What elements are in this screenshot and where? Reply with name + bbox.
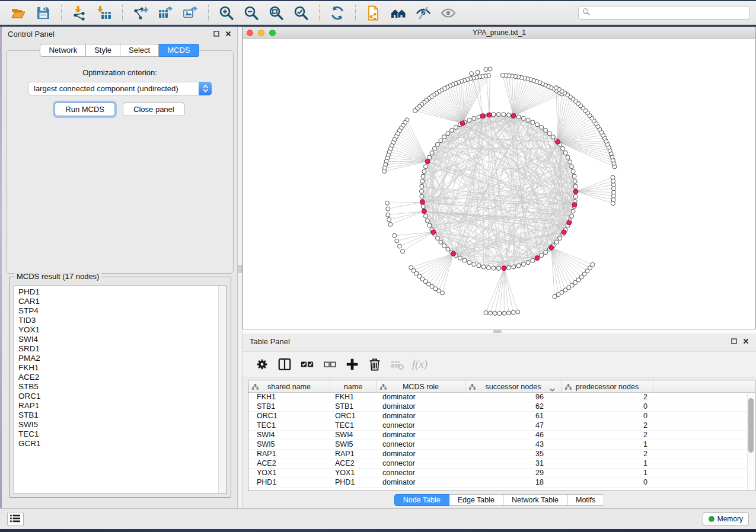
table-row[interactable]: TEC1TEC1connector472 <box>248 421 755 431</box>
mcds-result-node[interactable]: SRD1 <box>18 344 226 354</box>
column-header-MCDS-role[interactable]: MCDS role <box>377 380 465 393</box>
delete-columns-icon[interactable] <box>366 355 384 373</box>
table-row[interactable]: SWI5SWI5connector431 <box>248 440 755 450</box>
mcds-result-node[interactable]: RAP1 <box>18 401 226 411</box>
mcds-result-node[interactable]: STB5 <box>18 382 226 392</box>
cell: YOX1 <box>330 469 377 477</box>
network-canvas[interactable] <box>243 39 755 329</box>
hide-graphics-icon[interactable] <box>413 3 433 23</box>
column-header-shared-name[interactable]: shared name <box>248 380 330 393</box>
run-mcds-button[interactable]: Run MCDS <box>55 102 115 116</box>
toolbar-separator <box>208 5 209 21</box>
zoom-in-icon[interactable] <box>216 3 237 23</box>
mcds-result-node[interactable]: TID3 <box>18 316 226 325</box>
save-session-icon[interactable] <box>33 3 53 23</box>
splitter-handle[interactable] <box>493 330 502 333</box>
mcds-result-node[interactable]: YOX1 <box>18 325 226 335</box>
mcds-result-node[interactable]: TEC1 <box>18 430 226 439</box>
mcds-list-scrollbar[interactable] <box>218 286 226 493</box>
open-file-icon[interactable] <box>8 3 28 23</box>
table-header-row: shared namenameMCDS rolesuccessor nodesp… <box>248 380 755 393</box>
column-header-name[interactable]: name <box>330 380 377 393</box>
zoom-fit-icon[interactable] <box>266 3 286 23</box>
export-network-icon[interactable] <box>130 3 151 23</box>
toggle-columns-icon[interactable] <box>276 355 294 373</box>
mcds-result-node[interactable]: FKH1 <box>18 363 226 373</box>
tab-style[interactable]: Style <box>86 44 120 57</box>
sort-desc-icon[interactable] <box>550 385 555 393</box>
table-row[interactable]: SWI4SWI4dominator462 <box>248 431 755 440</box>
mcds-result-node[interactable]: GCR1 <box>18 439 226 448</box>
cell: dominator <box>377 431 465 440</box>
cell: 2 <box>562 421 653 430</box>
table-row[interactable]: PHD1PHD1dominator180 <box>248 478 755 488</box>
zoom-out-icon[interactable] <box>241 3 261 23</box>
cell: 1 <box>562 459 653 468</box>
close-panel-icon[interactable] <box>743 338 749 344</box>
mcds-result-title: MCDS result (17 nodes) <box>14 272 101 281</box>
float-panel-icon[interactable] <box>213 31 219 37</box>
tab-select[interactable]: Select <box>120 44 159 57</box>
scrollbar-thumb[interactable] <box>748 398 754 453</box>
table-row[interactable]: STB1STB1dominator620 <box>248 402 755 412</box>
column-header-predecessor-nodes[interactable]: predecessor nodes <box>562 380 653 393</box>
mcds-result-node[interactable]: PMA2 <box>18 354 226 363</box>
refresh-icon[interactable] <box>327 3 347 23</box>
cell: 29 <box>465 469 562 477</box>
cell: SWI5 <box>248 440 330 449</box>
tab-network-table[interactable]: Network Table <box>503 494 567 506</box>
dropdown-stepper-icon[interactable] <box>199 82 212 95</box>
horizontal-splitter[interactable] <box>243 329 756 334</box>
search-input[interactable] <box>594 8 746 17</box>
mcds-result-node[interactable]: ORC1 <box>18 392 226 401</box>
mcds-result-node[interactable]: ACE2 <box>18 373 226 382</box>
search-box[interactable] <box>578 6 750 20</box>
network-home-icon[interactable] <box>388 3 409 23</box>
tab-edge-table[interactable]: Edge Table <box>449 494 503 506</box>
table-row[interactable]: ORC1ORC1dominator610 <box>248 412 755 421</box>
table-tabs: Node TableEdge TableNetwork TableMotifs <box>243 494 756 506</box>
table-row[interactable]: YOX1YOX1connector291 <box>248 469 755 478</box>
add-column-icon[interactable] <box>343 355 361 373</box>
memory-button[interactable]: Memory <box>703 512 749 525</box>
splitter-handle[interactable] <box>238 265 242 273</box>
mcds-result-node[interactable]: STP4 <box>18 306 226 316</box>
column-header-successor-nodes[interactable]: successor nodes <box>465 380 562 393</box>
export-table-icon[interactable] <box>155 3 176 23</box>
close-panel-icon[interactable] <box>225 31 231 37</box>
mcds-result-node[interactable]: PHD1 <box>18 287 226 297</box>
optimization-select[interactable]: largest connected component (undirected) <box>28 82 212 95</box>
float-panel-icon[interactable] <box>731 338 737 344</box>
select-all-rows-icon[interactable] <box>298 355 316 373</box>
tab-motifs[interactable]: Motifs <box>567 494 604 506</box>
close-panel-button[interactable]: Close panel <box>123 102 185 116</box>
toolbar-icons <box>6 1 461 24</box>
attribute-type-icon <box>565 383 572 392</box>
vertical-splitter[interactable] <box>238 27 243 508</box>
table-settings-icon[interactable] <box>253 355 271 373</box>
mcds-result-node[interactable]: STB1 <box>18 411 226 420</box>
table-row[interactable]: ACE2ACE2connector311 <box>248 459 755 469</box>
share-document-icon[interactable] <box>363 3 384 23</box>
tab-node-table[interactable]: Node Table <box>394 494 449 506</box>
network-graph[interactable] <box>243 39 755 329</box>
mcds-result-list[interactable]: PHD1CAR1STP4TID3YOX1SWI4SRD1PMA2FKH1ACE2… <box>14 285 227 494</box>
zoom-selected-icon[interactable] <box>291 3 311 23</box>
tab-network[interactable]: Network <box>40 44 86 57</box>
export-image-icon[interactable] <box>180 3 200 23</box>
table-mode-button[interactable] <box>7 512 24 526</box>
deselect-all-rows-icon[interactable] <box>321 355 339 373</box>
cell: dominator <box>377 393 465 402</box>
mcds-result-node[interactable]: SWI4 <box>18 335 226 344</box>
import-table-icon[interactable] <box>94 3 114 23</box>
table-row[interactable]: RAP1RAP1dominator352 <box>248 450 755 459</box>
import-network-icon[interactable] <box>69 3 90 23</box>
show-graphics-icon[interactable] <box>438 3 458 23</box>
table-scrollbar[interactable] <box>747 393 754 490</box>
tab-mcds[interactable]: MCDS <box>159 44 199 57</box>
attribute-type-icon <box>469 383 476 392</box>
table-row[interactable]: FKH1FKH1dominator962 <box>248 393 755 402</box>
cell: connector <box>377 459 465 468</box>
mcds-result-node[interactable]: CAR1 <box>18 297 226 306</box>
mcds-result-node[interactable]: SWI5 <box>18 420 226 430</box>
